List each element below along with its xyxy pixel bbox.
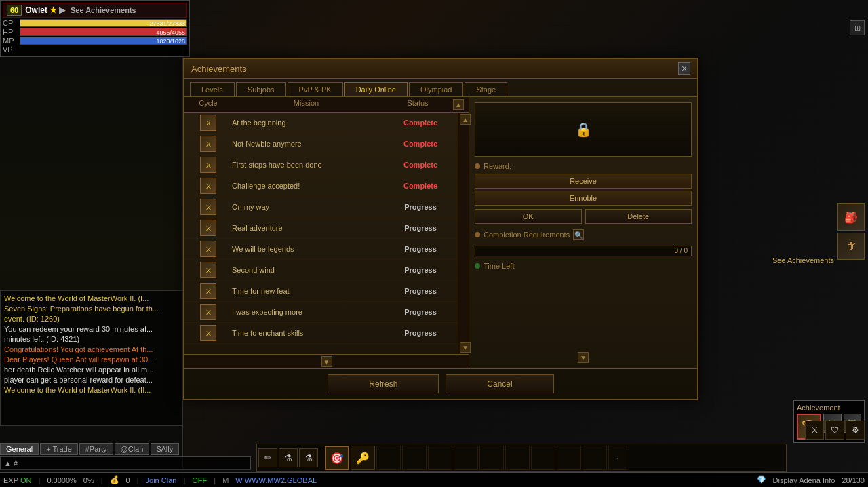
tab-olympiad[interactable]: Olympiad	[409, 82, 463, 96]
top-right-btn-1[interactable]: ⊞	[850, 20, 865, 35]
empty-slot-8[interactable]	[557, 446, 581, 470]
empty-slot-6[interactable]	[505, 446, 530, 470]
right-btn-2[interactable]: 🗡	[837, 233, 865, 260]
right-skill-3[interactable]: ⚙	[846, 421, 865, 440]
empty-slot-5[interactable]	[479, 446, 504, 470]
mission-row[interactable]: ⚔ Second wind Progress	[184, 260, 458, 281]
exp-item: EXP ON	[3, 476, 32, 484]
mission-name: We will be legends	[229, 245, 387, 253]
tab-stage[interactable]: Stage	[465, 82, 507, 96]
nav-arrow[interactable]: ▶	[59, 5, 65, 15]
cancel-button[interactable]: Cancel	[446, 374, 553, 393]
chat-tabs: General + Trade #Party @Clan $Ally	[0, 443, 258, 455]
achievement-panel-title: Achievement	[797, 404, 861, 412]
mp-bar: MP 1028/1028	[3, 37, 187, 45]
delete-button[interactable]: Delete	[585, 209, 692, 224]
reward-preview: 🔒	[475, 102, 692, 157]
main-skill-slot-1[interactable]: 🎯	[325, 446, 349, 470]
scroll-up-btn[interactable]: ▲	[453, 99, 464, 110]
mission-row[interactable]: ⚔ Time for new feat Progress	[184, 281, 458, 302]
receive-button[interactable]: Receive	[475, 174, 692, 189]
display-adena-info[interactable]: Display Adena Info	[773, 476, 835, 484]
join-clan[interactable]: Join Clan	[146, 476, 177, 484]
mission-name: Real adventure	[229, 224, 387, 232]
mission-rows: ⚔ At the beginning Complete ⚔ Not Newbie…	[184, 113, 458, 354]
refresh-button[interactable]: Refresh	[328, 374, 439, 393]
chat-line: Congratulations! You got achievement At …	[4, 345, 179, 353]
search-button[interactable]: 🔍	[573, 229, 584, 240]
empty-slot-4[interactable]	[454, 446, 478, 470]
chat-tab-general[interactable]: General	[0, 443, 39, 455]
mission-row[interactable]: ⚔ I was expecting more Progress	[184, 302, 458, 323]
skill-slot-2[interactable]: ⚗	[279, 448, 298, 467]
tab-daily-online[interactable]: Daily Online	[344, 82, 408, 96]
hp-value: 4055/4055	[156, 28, 185, 37]
mission-icon: ⚔	[200, 325, 216, 341]
ennoble-button[interactable]: Ennoble	[475, 191, 692, 206]
empty-slot-1[interactable]	[376, 446, 401, 470]
mission-row[interactable]: ⚔ Real adventure Progress	[184, 218, 458, 239]
chat-input[interactable]	[21, 457, 250, 469]
bar-settings[interactable]: ⋮	[608, 446, 627, 470]
mission-status: Progress	[387, 203, 454, 211]
reward-section: Reward: Receive Ennoble OK Delete	[475, 162, 692, 224]
empty-slot-3[interactable]	[428, 446, 452, 470]
scroll-down-btn[interactable]: ▼	[321, 356, 332, 367]
chat-line: player can get a personal reward for def…	[4, 376, 179, 384]
mission-row[interactable]: ⚔ Challenge accepted! Complete	[184, 176, 458, 197]
mission-icon: ⚔	[200, 220, 216, 236]
mission-row[interactable]: ⚔ Not Newbie anymore Complete	[184, 134, 458, 155]
progress-bar: 0 / 0	[475, 246, 692, 256]
tab-subjobs[interactable]: Subjobs	[236, 82, 286, 96]
chat-tab-trade[interactable]: + Trade	[40, 443, 78, 455]
chat-tab-ally[interactable]: $Ally	[151, 443, 179, 455]
mission-row[interactable]: ⚔ Time to enchant skills Progress	[184, 323, 458, 344]
mission-row[interactable]: ⚔ On my way Progress	[184, 197, 458, 218]
empty-slot-2[interactable]	[402, 446, 427, 470]
skill-slot-3[interactable]: ⚗	[299, 448, 318, 467]
reward-scroll-area: ▼	[475, 352, 692, 363]
mission-row[interactable]: ⚔ We will be legends Progress	[184, 239, 458, 260]
skill-slot-1[interactable]: ✏	[258, 448, 277, 467]
mission-icon: ⚔	[200, 115, 216, 131]
char-name: Owlet	[25, 5, 47, 15]
reward-panel: 🔒 Reward: Receive Ennoble OK Delete	[469, 97, 697, 368]
mission-name: I was expecting more	[229, 308, 387, 316]
right-btn-1[interactable]: 🎒	[837, 203, 865, 231]
col-cycle: Cycle	[188, 99, 229, 110]
see-achievements-label: See Achievements	[772, 256, 834, 265]
mission-list-scrollbar[interactable]: ▲ ▼	[458, 113, 469, 354]
star-icon: ★	[50, 5, 57, 15]
adena-icon-right: 💎	[757, 475, 766, 484]
status-bar: EXP ON | 0.0000% 0% | 💰 0 | Join Clan | …	[0, 472, 868, 487]
website-text: W WWW.MW2.GLOBAL	[235, 476, 317, 484]
chat-line: her death Relic Watcher will appear in a…	[4, 366, 179, 374]
chat-input-area[interactable]: ▲ #	[0, 456, 251, 470]
chat-tab-clan[interactable]: @Clan	[115, 443, 150, 455]
right-skill-1[interactable]: ⚔	[805, 421, 824, 440]
cp-value: 27331/27333	[149, 20, 185, 28]
right-panel-buttons: 🎒 🗡	[837, 203, 865, 260]
see-achievements-link[interactable]: See Achievements	[71, 6, 136, 14]
right-skill-2[interactable]: 🛡	[825, 421, 844, 440]
expand-btn[interactable]: M	[222, 476, 229, 484]
mission-icon: ⚔	[200, 157, 216, 173]
mission-list: Cycle Mission Status ▲ ⚔ At the beginnin…	[184, 97, 469, 368]
main-skill-slot-2[interactable]: 🔑	[351, 446, 375, 470]
hp-label: HP	[3, 28, 20, 36]
empty-slot-9[interactable]	[583, 446, 607, 470]
empty-slot-7[interactable]	[531, 446, 555, 470]
mission-status: Complete	[387, 161, 454, 169]
exp-value: 0.0000%	[47, 476, 76, 484]
dialog-title: Achievements	[191, 64, 247, 74]
dialog-close-button[interactable]: ×	[678, 62, 690, 75]
mission-row[interactable]: ⚔ At the beginning Complete	[184, 113, 458, 134]
mission-name: Not Newbie anymore	[229, 140, 387, 148]
ok-button[interactable]: OK	[475, 209, 582, 224]
reward-scroll-down[interactable]: ▼	[578, 352, 589, 363]
tab-levels[interactable]: Levels	[190, 82, 235, 96]
mission-row[interactable]: ⚔ First steps have been done Complete	[184, 155, 458, 176]
tab-pvppk[interactable]: PvP & PK	[288, 82, 343, 96]
chat-tab-party[interactable]: #Party	[79, 443, 113, 455]
adena-icon: 💰	[110, 475, 119, 484]
